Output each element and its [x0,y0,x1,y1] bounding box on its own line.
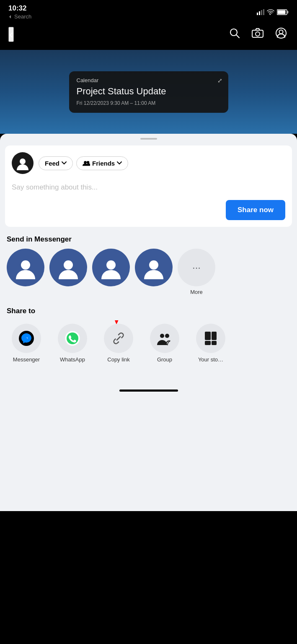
contact-item[interactable] [135,249,173,295]
svg-point-17 [21,260,30,270]
messenger-icon [12,324,41,353]
share-to-section: Share to Messenger [0,302,297,368]
feed-button[interactable]: Feed [39,156,73,170]
profile-button[interactable] [274,26,289,43]
nav-icons [227,26,289,43]
post-controls: Feed Friends [39,156,128,170]
calendar-title: Project Status Update [77,86,221,97]
post-avatar [12,152,34,174]
more-contacts-item[interactable]: ··· More [178,249,215,295]
svg-rect-1 [257,13,258,15]
share-messenger[interactable]: Messenger [3,320,49,368]
contact-avatar [135,249,173,286]
share-to-title: Share to [0,305,297,320]
svg-rect-2 [259,11,260,15]
contact-avatar [92,249,130,286]
search-button[interactable] [227,26,242,43]
group-icon [150,324,179,353]
home-indicator [0,384,297,395]
status-search: Search [8,13,31,20]
svg-rect-30 [212,332,217,340]
audience-button[interactable]: Friends [76,156,128,170]
svg-point-11 [256,32,260,36]
whatsapp-label: WhatsApp [60,356,85,363]
contact-item[interactable] [92,249,130,295]
svg-point-14 [20,158,26,164]
bottom-sheet: Feed Friends Say something about this...… [0,134,297,511]
contact-item[interactable] [49,249,87,295]
messenger-contacts: ··· More [0,249,297,302]
more-label: More [190,289,203,295]
svg-point-19 [106,260,116,270]
nav-bar: ‹ [0,22,297,50]
copy-link-icon [104,324,133,353]
status-bar: 10:32 Search [0,0,297,22]
group-label: Group [157,356,172,363]
sheet-handle [140,138,157,140]
contact-avatar [7,249,44,286]
svg-point-26 [160,334,164,338]
svg-marker-0 [9,15,11,18]
messenger-section: Send in Messenger [0,234,297,302]
your-story-label: Your sto… [198,356,223,363]
contact-avatar [49,249,87,286]
svg-rect-32 [212,341,217,345]
messenger-section-title: Send in Messenger [0,234,297,249]
post-input[interactable]: Say something about this... [12,180,285,200]
svg-point-13 [279,30,283,34]
share-copy-link[interactable]: Copy link [96,320,142,368]
svg-line-9 [236,35,239,38]
copy-link-label: Copy link [107,356,129,363]
svg-point-15 [84,161,87,164]
svg-rect-7 [287,11,289,13]
post-header: Feed Friends [12,152,285,174]
svg-rect-4 [263,9,264,15]
share-now-button[interactable]: Share now [226,200,285,220]
share-whatsapp[interactable]: WhatsApp [49,320,96,368]
svg-rect-29 [205,332,211,340]
share-group[interactable]: Group [142,320,188,368]
svg-point-23 [67,332,78,344]
post-card: Feed Friends Say something about this...… [5,145,292,227]
svg-point-18 [64,260,73,270]
svg-rect-31 [205,341,211,345]
status-icons [257,9,289,15]
contact-item[interactable] [7,249,44,295]
back-button[interactable]: ‹ [8,27,14,42]
svg-rect-3 [261,10,262,15]
calendar-card: Calendar Project Status Update Fri 12/22… [69,71,228,113]
your-story-icon [196,324,225,353]
home-bar [119,390,178,392]
post-actions: Share now [12,200,285,220]
svg-rect-6 [278,10,286,14]
status-time: 10:32 [8,4,31,13]
calendar-label: Calendar [77,77,221,83]
calendar-time: Fri 12/22/2023 9:30 AM – 11:00 AM [77,100,221,106]
share-apps: Messenger WhatsApp [0,320,297,368]
svg-point-27 [165,334,169,338]
calendar-area: Calendar Project Status Update Fri 12/22… [0,50,297,134]
share-your-story[interactable]: Your sto… [188,320,234,368]
svg-point-20 [149,260,158,270]
expand-icon[interactable]: ⤢ [217,77,222,84]
whatsapp-icon [58,324,87,353]
more-icon: ··· [178,249,215,286]
camera-button[interactable] [250,26,265,42]
messenger-label: Messenger [13,356,40,363]
svg-point-16 [87,161,90,164]
